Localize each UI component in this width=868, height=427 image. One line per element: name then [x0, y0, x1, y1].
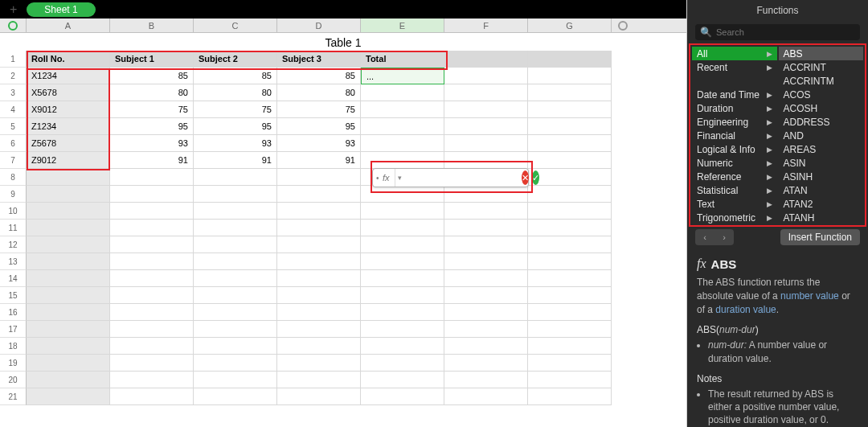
- cell[interactable]: [27, 186, 110, 203]
- cell[interactable]: [110, 186, 194, 203]
- cell-s2[interactable]: 85: [194, 68, 277, 84]
- header-empty[interactable]: [444, 51, 528, 68]
- doc-link[interactable]: duration value: [715, 304, 776, 315]
- cell[interactable]: [194, 355, 277, 372]
- cell[interactable]: [361, 270, 444, 287]
- cell[interactable]: [528, 236, 612, 253]
- header-empty[interactable]: [528, 51, 612, 68]
- category-item[interactable]: Text▶: [692, 197, 777, 211]
- functions-search-input[interactable]: [716, 27, 855, 37]
- cell[interactable]: [277, 388, 361, 405]
- function-item[interactable]: ADDRESS: [779, 115, 864, 129]
- cell[interactable]: [110, 220, 194, 236]
- cell[interactable]: [361, 372, 444, 388]
- col-header-F[interactable]: F: [444, 18, 528, 32]
- cell-roll[interactable]: Z9012: [27, 152, 110, 169]
- cell-roll[interactable]: X1234: [27, 68, 110, 84]
- rownum[interactable]: 9: [0, 186, 27, 203]
- cell[interactable]: [277, 304, 361, 321]
- col-header-C[interactable]: C: [194, 18, 277, 32]
- function-item[interactable]: AREAS: [779, 142, 864, 156]
- cell[interactable]: [27, 287, 110, 304]
- cell-s3[interactable]: 80: [277, 84, 361, 101]
- cell[interactable]: [277, 169, 361, 186]
- rownum[interactable]: 14: [0, 270, 27, 287]
- cell[interactable]: [194, 186, 277, 203]
- cell[interactable]: [528, 220, 612, 236]
- function-item[interactable]: ATAN: [779, 183, 864, 197]
- category-item[interactable]: Reference▶: [692, 170, 777, 183]
- cell[interactable]: [110, 355, 194, 372]
- cell[interactable]: [444, 355, 528, 372]
- cell[interactable]: [194, 304, 277, 321]
- row-handle-start[interactable]: [0, 18, 27, 32]
- cell[interactable]: [277, 270, 361, 287]
- col-header-B[interactable]: B: [110, 18, 194, 32]
- functions-forward-button[interactable]: ›: [714, 229, 734, 245]
- cell[interactable]: [528, 253, 612, 270]
- cell[interactable]: [528, 152, 612, 169]
- cell-s2[interactable]: 93: [194, 135, 277, 152]
- cell[interactable]: [528, 186, 612, 203]
- cell[interactable]: [444, 118, 528, 135]
- category-item-all[interactable]: All▶: [692, 47, 777, 60]
- cell[interactable]: [27, 236, 110, 253]
- function-item[interactable]: ACOSH: [779, 101, 864, 115]
- cell[interactable]: [361, 388, 444, 405]
- cell-s2[interactable]: 91: [194, 152, 277, 169]
- cell[interactable]: [277, 186, 361, 203]
- rownum[interactable]: 5: [0, 118, 27, 135]
- cell[interactable]: [194, 388, 277, 405]
- cell[interactable]: [444, 388, 528, 405]
- cell[interactable]: [528, 169, 612, 186]
- cell[interactable]: [194, 253, 277, 270]
- cell-total[interactable]: [361, 135, 444, 152]
- rownum[interactable]: 6: [0, 135, 27, 152]
- function-item[interactable]: ATANH: [779, 211, 864, 224]
- cell[interactable]: [528, 372, 612, 388]
- cell[interactable]: [444, 203, 528, 220]
- sheet-tab-1[interactable]: Sheet 1: [27, 2, 95, 17]
- rownum[interactable]: 19: [0, 355, 27, 372]
- cell[interactable]: [110, 321, 194, 338]
- cell-s3[interactable]: 95: [277, 118, 361, 135]
- header-rollno[interactable]: Roll No.: [27, 51, 110, 68]
- cell[interactable]: [528, 304, 612, 321]
- cell[interactable]: [528, 287, 612, 304]
- cell[interactable]: [110, 169, 194, 186]
- rownum[interactable]: 4: [0, 101, 27, 118]
- function-item-abs[interactable]: ABS: [779, 47, 864, 60]
- cell[interactable]: [194, 270, 277, 287]
- insert-function-button[interactable]: Insert Function: [780, 229, 860, 245]
- cell[interactable]: [27, 321, 110, 338]
- cell[interactable]: [277, 236, 361, 253]
- function-item[interactable]: ASINH: [779, 170, 864, 183]
- cell[interactable]: [194, 203, 277, 220]
- cell[interactable]: [194, 169, 277, 186]
- rownum[interactable]: 18: [0, 338, 27, 355]
- cell-s1[interactable]: 95: [110, 118, 194, 135]
- cell[interactable]: [277, 253, 361, 270]
- rownum[interactable]: 10: [0, 203, 27, 220]
- cell[interactable]: [277, 338, 361, 355]
- cell[interactable]: [444, 321, 528, 338]
- header-total[interactable]: Total: [361, 51, 444, 68]
- cell[interactable]: [27, 253, 110, 270]
- cell[interactable]: [277, 203, 361, 220]
- cell[interactable]: [361, 220, 444, 236]
- cell-total[interactable]: [361, 118, 444, 135]
- cell[interactable]: [528, 321, 612, 338]
- cell-roll[interactable]: Z5678: [27, 135, 110, 152]
- rownum[interactable]: 2: [0, 68, 27, 84]
- cell[interactable]: [110, 236, 194, 253]
- header-subject2[interactable]: Subject 2: [194, 51, 277, 68]
- functions-search[interactable]: 🔍: [695, 24, 860, 40]
- cell[interactable]: [444, 84, 528, 101]
- rownum[interactable]: 11: [0, 220, 27, 236]
- header-subject3[interactable]: Subject 3: [277, 51, 361, 68]
- function-item[interactable]: ATAN2: [779, 197, 864, 211]
- cell[interactable]: [277, 321, 361, 338]
- cell[interactable]: [444, 270, 528, 287]
- cell[interactable]: [361, 253, 444, 270]
- cell[interactable]: [444, 220, 528, 236]
